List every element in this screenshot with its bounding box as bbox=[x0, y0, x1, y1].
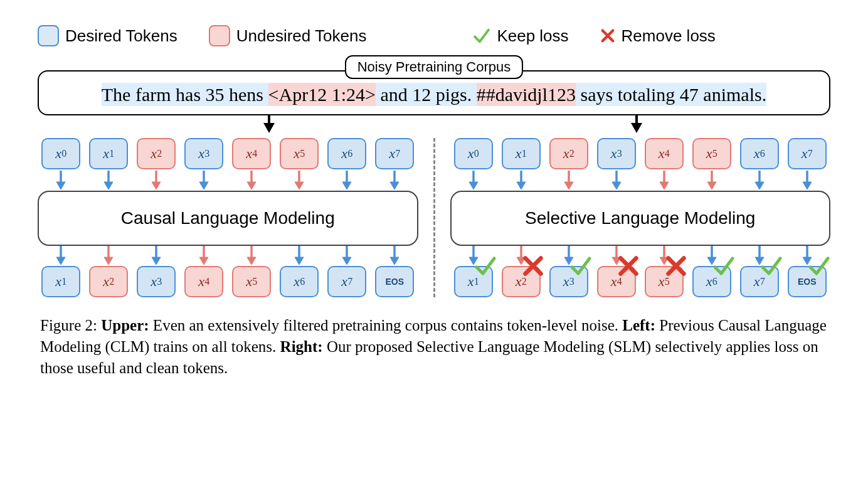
arrow-below-icon bbox=[245, 171, 258, 189]
slm-box: Selective Language Modeling bbox=[450, 191, 831, 246]
right-input-row: x0x1x2x3x4x5x6x7 bbox=[450, 138, 831, 169]
legend-desired-label: Desired Tokens bbox=[65, 26, 177, 46]
corpus-seg-1: The farm has 35 hens bbox=[102, 83, 268, 106]
caption-right-label: Right: bbox=[280, 338, 323, 355]
check-icon bbox=[474, 255, 497, 277]
legend-keep: Keep loss bbox=[473, 26, 568, 46]
token-x0: x0 bbox=[41, 138, 80, 169]
legend-remove-label: Remove loss bbox=[622, 26, 716, 46]
x-icon bbox=[665, 255, 687, 277]
legend-remove: Remove loss bbox=[600, 26, 716, 46]
token-x7: x7 bbox=[788, 138, 827, 169]
token-x3: x3 bbox=[549, 266, 588, 297]
right-output-row: x1x2x3x4x5x6x7EOS bbox=[450, 266, 831, 297]
token-x4: x4 bbox=[597, 266, 636, 297]
left-input-row: x0x1x2x3x4x5x6x7 bbox=[38, 138, 418, 169]
arrow-below-icon bbox=[293, 171, 305, 189]
corpus-seg-2: <Apr12 1:24> bbox=[268, 83, 376, 106]
token-x6: x6 bbox=[692, 266, 731, 297]
token-x5: x5 bbox=[280, 138, 319, 169]
caption-left-label: Left: bbox=[622, 317, 655, 334]
token-x4: x4 bbox=[232, 138, 271, 169]
token-x2: x2 bbox=[549, 138, 588, 169]
arrow-below-icon bbox=[55, 171, 67, 189]
arrow-down-left-icon bbox=[263, 123, 275, 133]
arrow-below-icon bbox=[658, 171, 670, 189]
token-x5: x5 bbox=[692, 138, 731, 169]
x-icon bbox=[600, 28, 615, 43]
diagram-row: x0x1x2x3x4x5x6x7 Causal Language Modelin… bbox=[38, 138, 830, 297]
check-icon bbox=[569, 255, 592, 277]
arrow-below-icon bbox=[753, 171, 766, 189]
legend-desired: Desired Tokens bbox=[38, 25, 177, 46]
arrow-below-icon bbox=[388, 171, 401, 189]
arrow-above-icon bbox=[198, 246, 210, 265]
token-x3: x3 bbox=[597, 138, 636, 169]
token-x1: x1 bbox=[41, 266, 80, 297]
arrow-above-icon bbox=[102, 246, 115, 265]
arrow-above-icon bbox=[55, 246, 67, 265]
arrow-below-icon bbox=[467, 171, 480, 189]
token-x3: x3 bbox=[137, 266, 176, 297]
check-icon bbox=[712, 255, 735, 277]
panel-left: x0x1x2x3x4x5x6x7 Causal Language Modelin… bbox=[38, 138, 418, 297]
caption-figlabel: Figure 2: bbox=[40, 317, 97, 334]
swatch-desired bbox=[38, 25, 59, 46]
token-x6: x6 bbox=[327, 138, 366, 169]
figure-caption: Figure 2: Upper: Even an extensively fil… bbox=[40, 315, 828, 378]
check-icon bbox=[808, 255, 830, 277]
caption-upper-text: Even an extensively filtered pretraining… bbox=[149, 317, 623, 334]
token-x6: x6 bbox=[280, 266, 319, 297]
token-x6: x6 bbox=[740, 138, 779, 169]
arrow-down-right-icon bbox=[631, 123, 642, 133]
token-x5: x5 bbox=[232, 266, 271, 297]
corpus-title: Noisy Pretraining Corpus bbox=[345, 55, 524, 79]
corpus-arrows bbox=[25, 115, 843, 134]
check-icon bbox=[473, 27, 490, 45]
token-x4: x4 bbox=[184, 266, 223, 297]
token-x7: x7 bbox=[375, 138, 414, 169]
swatch-undesired bbox=[209, 25, 230, 46]
token-x2: x2 bbox=[502, 266, 541, 297]
token-x1: x1 bbox=[454, 266, 493, 297]
arrow-below-icon bbox=[610, 171, 623, 189]
token-x7: x7 bbox=[740, 266, 779, 297]
token-x1: x1 bbox=[89, 138, 128, 169]
corpus-seg-3: and 12 pigs. bbox=[376, 83, 477, 106]
left-output-row: x1x2x3x4x5x6x7EOS bbox=[38, 266, 418, 297]
arrow-below-icon bbox=[150, 171, 162, 189]
clm-box: Causal Language Modeling bbox=[38, 191, 418, 246]
corpus-seg-5: says totaling 47 animals. bbox=[576, 83, 766, 106]
check-icon bbox=[760, 255, 783, 277]
x-icon bbox=[617, 255, 640, 277]
panel-right: x0x1x2x3x4x5x6x7 Selective Language Mode… bbox=[450, 138, 831, 297]
arrow-above-icon bbox=[293, 246, 305, 265]
arrow-below-icon bbox=[102, 171, 115, 189]
token-x3: x3 bbox=[184, 138, 223, 169]
legend-keep-label: Keep loss bbox=[497, 26, 568, 46]
arrow-below-icon bbox=[341, 171, 353, 189]
token-x4: x4 bbox=[645, 138, 684, 169]
token-x2: x2 bbox=[89, 266, 128, 297]
token-x7: x7 bbox=[327, 266, 366, 297]
token-x1: x1 bbox=[502, 138, 541, 169]
token-x0: x0 bbox=[454, 138, 493, 169]
token-x2: x2 bbox=[137, 138, 176, 169]
arrow-below-icon bbox=[706, 171, 718, 189]
token-x5: x5 bbox=[645, 266, 684, 297]
arrow-below-icon bbox=[515, 171, 527, 189]
corpus-seg-4: ##davidjl123 bbox=[477, 83, 576, 106]
legend-undesired-label: Undesired Tokens bbox=[236, 26, 367, 46]
arrow-below-icon bbox=[198, 171, 210, 189]
arrow-below-icon bbox=[801, 171, 813, 189]
token-eos: EOS bbox=[788, 266, 827, 297]
arrow-below-icon bbox=[563, 171, 575, 189]
legend-undesired: Undesired Tokens bbox=[209, 25, 367, 46]
arrow-above-icon bbox=[388, 246, 401, 265]
arrow-above-icon bbox=[150, 246, 162, 265]
arrow-above-icon bbox=[245, 246, 258, 265]
panel-divider bbox=[433, 138, 435, 297]
legend: Desired Tokens Undesired Tokens Keep los… bbox=[25, 13, 843, 53]
caption-upper-label: Upper: bbox=[101, 317, 149, 334]
token-eos: EOS bbox=[375, 266, 414, 297]
